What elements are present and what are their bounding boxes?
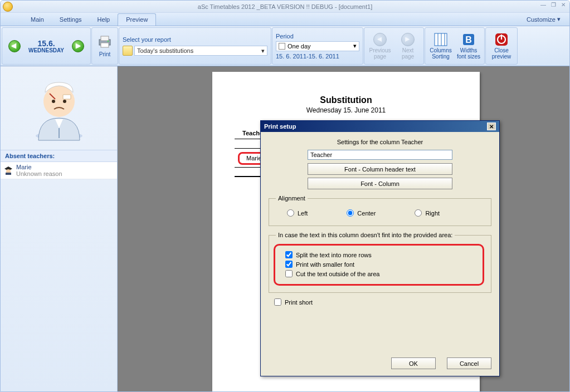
chevron-down-icon: ▾	[353, 42, 357, 50]
chevron-down-icon: ▾	[557, 16, 561, 23]
align-right-radio[interactable]	[415, 209, 422, 217]
svg-rect-2	[101, 43, 109, 47]
window-buttons: — ❐ ✕	[539, 2, 567, 9]
font-size-icon: B	[461, 32, 476, 47]
report-value: Today's substitutions	[137, 47, 193, 54]
align-center-option[interactable]: Center	[341, 209, 376, 217]
report-select[interactable]: Today's substitutions ▾	[134, 46, 267, 56]
print-short-checkbox[interactable]	[274, 298, 281, 306]
columns-group: Columns Sorting B Widths font sizes	[425, 27, 485, 65]
prev-page-label: Previous page	[368, 47, 392, 60]
dialog-body: Settings for the column Teacher Font - C…	[261, 132, 499, 315]
split-rows-option[interactable]: Split the text into more rows	[280, 251, 478, 258]
print-group[interactable]: Print	[91, 27, 118, 65]
arrow-right-icon: ⯈	[401, 33, 415, 46]
window-title: aSc Timetables 2012 _BETA VERSION !! DEB…	[198, 3, 372, 10]
next-day-button[interactable]: ⯈	[72, 40, 84, 52]
next-page-label: Next page	[396, 47, 420, 60]
close-button[interactable]: ✕	[559, 2, 567, 9]
sidebar: Absent teachers: Marie Unknown reason	[1, 66, 118, 391]
overflow-highlight: Split the text into more rows Print with…	[274, 244, 484, 286]
svg-rect-17	[63, 95, 71, 99]
period-group: Period One day ▾ 15. 6. 2011-15. 6. 2011	[272, 27, 363, 65]
ok-button[interactable]: OK	[391, 357, 436, 369]
teacher-icon	[4, 166, 13, 175]
align-center-label: Center	[357, 210, 376, 217]
calendar-icon	[279, 43, 285, 50]
date-weekday: WEDNESDAY	[28, 48, 64, 53]
print-label: Print	[99, 51, 111, 57]
titlebar: aSc Timetables 2012 _BETA VERSION !! DEB…	[1, 1, 569, 13]
widths-fonts-button[interactable]: B Widths font sizes	[455, 29, 482, 63]
cut-text-label: Cut the text outside of the area	[296, 271, 379, 277]
app-icon	[3, 2, 13, 12]
svg-rect-22	[6, 173, 11, 175]
svg-point-16	[63, 100, 66, 103]
overflow-fieldset: In case the text in this column doesn't …	[269, 232, 491, 293]
alignment-fieldset: Alignment Left Center Right	[269, 195, 491, 226]
svg-rect-1	[101, 36, 109, 41]
tab-help[interactable]: Help	[90, 13, 118, 26]
teacher-name: Marie	[16, 164, 62, 170]
close-preview-button[interactable]: Close preview	[488, 29, 515, 63]
svg-text:B: B	[465, 35, 472, 45]
split-rows-checkbox[interactable]	[285, 251, 293, 258]
prev-page-button[interactable]: ⯇ Previous page	[367, 29, 393, 63]
print-short-option[interactable]: Print short	[269, 298, 491, 306]
svg-point-3	[108, 40, 109, 42]
close-preview-label: Close preview	[489, 47, 514, 60]
cut-text-option[interactable]: Cut the text outside of the area	[280, 270, 478, 277]
teacher-item[interactable]: Marie Unknown reason	[1, 162, 117, 179]
cancel-button[interactable]: Cancel	[447, 357, 491, 369]
print-setup-dialog: Print setup ✕ Settings for the column Te…	[260, 120, 500, 376]
report-group: Select your report Today's substitutions…	[119, 27, 271, 65]
chevron-down-icon: ▾	[261, 47, 265, 55]
smaller-font-checkbox[interactable]	[285, 261, 293, 268]
font-header-button[interactable]: Font - Column header text	[308, 163, 452, 175]
font-column-button[interactable]: Font - Column	[308, 178, 452, 189]
customize-dropdown[interactable]: Customize ▾	[524, 13, 563, 26]
tab-preview[interactable]: Preview	[118, 13, 156, 26]
tab-settings[interactable]: Settings	[52, 13, 90, 26]
arrow-left-icon: ⯇	[11, 43, 17, 50]
power-icon	[494, 32, 509, 47]
smaller-font-option[interactable]: Print with smaller font	[280, 261, 478, 268]
align-left-option[interactable]: Left	[281, 209, 308, 217]
widths-fonts-label: Widths font sizes	[456, 47, 481, 60]
customize-label: Customize	[527, 16, 556, 23]
print-short-label: Print short	[285, 299, 313, 306]
prev-day-button[interactable]: ⯇	[8, 40, 21, 52]
align-left-radio[interactable]	[287, 209, 294, 217]
smaller-font-label: Print with smaller font	[296, 261, 354, 268]
split-rows-label: Split the text into more rows	[296, 252, 372, 258]
close-icon: ✕	[489, 124, 494, 130]
period-label: Period	[276, 33, 294, 40]
absent-teachers-label: Absent teachers:	[1, 150, 117, 162]
alignment-legend: Alignment	[276, 195, 308, 202]
current-date: 15.6. WEDNESDAY	[28, 39, 64, 53]
dialog-close-button[interactable]: ✕	[487, 122, 496, 130]
period-select[interactable]: One day ▾	[276, 41, 359, 51]
close-group: Close preview	[485, 27, 518, 65]
align-left-label: Left	[298, 210, 308, 217]
next-page-button[interactable]: ⯈ Next page	[394, 29, 421, 63]
cut-text-checkbox[interactable]	[285, 270, 293, 277]
page-nav-group: ⯇ Previous page ⯈ Next page	[364, 27, 424, 65]
columns-icon	[433, 32, 448, 47]
columns-sorting-button[interactable]: Columns Sorting	[427, 29, 454, 63]
tab-main[interactable]: Main	[23, 13, 52, 26]
columns-sorting-label: Columns Sorting	[428, 47, 453, 60]
period-range: 15. 6. 2011-15. 6. 2011	[276, 53, 339, 60]
ribbon: ⯇ 15.6. WEDNESDAY ⯈ Print Select your re…	[1, 26, 569, 66]
align-right-option[interactable]: Right	[409, 209, 440, 217]
absent-avatar	[1, 66, 117, 150]
svg-rect-4	[435, 33, 447, 46]
dialog-titlebar[interactable]: Print setup ✕	[261, 121, 499, 132]
printer-icon	[96, 35, 114, 48]
column-name-input[interactable]	[308, 150, 452, 160]
report-icon	[123, 46, 133, 56]
minimize-button[interactable]: —	[539, 2, 547, 9]
dialog-title: Print setup	[264, 123, 296, 130]
align-center-radio[interactable]	[347, 209, 354, 217]
restore-button[interactable]: ❐	[549, 2, 557, 9]
